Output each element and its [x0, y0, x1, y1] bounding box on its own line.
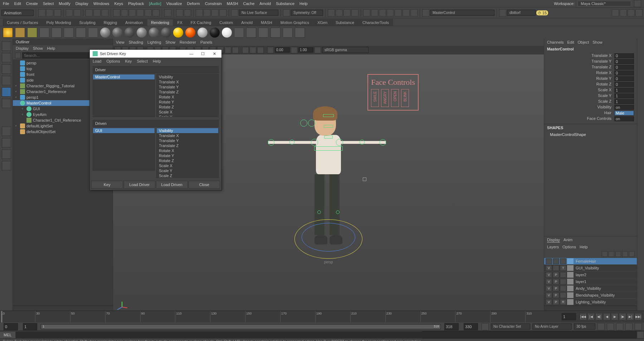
attr-label[interactable]: Translate X: [547, 53, 614, 58]
shelf-tab-rigging[interactable]: Rigging: [100, 19, 121, 26]
audio-icon[interactable]: [402, 9, 410, 16]
layer-row[interactable]: FemaleHair: [544, 258, 637, 265]
shelf-tab-custom[interactable]: Custom: [215, 19, 237, 26]
step-back-btn-icon[interactable]: ◀|: [595, 313, 602, 320]
sdk-menu-options[interactable]: Options: [106, 59, 120, 63]
symmetry-icon[interactable]: [283, 9, 290, 16]
attr-value[interactable]: 1: [614, 93, 634, 98]
attr-label[interactable]: Face Controls: [547, 116, 614, 121]
shader-aniso-icon[interactable]: [137, 28, 147, 38]
sdk-menu-help[interactable]: Help: [153, 59, 161, 63]
list-item[interactable]: Rotate X: [157, 94, 218, 99]
attr-value[interactable]: 0: [614, 65, 634, 70]
render-globe-icon[interactable]: [88, 28, 98, 38]
paint-select-icon[interactable]: [101, 9, 108, 16]
list-item[interactable]: Translate X: [157, 133, 218, 138]
face-slider-angry[interactable]: ANGRY: [381, 89, 389, 107]
eye-aim-control[interactable]: [300, 120, 315, 127]
loop-icon[interactable]: [395, 9, 402, 16]
batch-render-icon[interactable]: [270, 28, 280, 38]
vp-exposure-field[interactable]: [275, 47, 290, 53]
outliner-filter-icon[interactable]: [15, 53, 21, 58]
menu-create[interactable]: Create: [26, 1, 38, 6]
light-area-icon[interactable]: [39, 28, 49, 38]
vp-xray-icon[interactable]: [250, 47, 256, 53]
vp-exposure-icon[interactable]: [267, 47, 274, 53]
next-key-icon[interactable]: ▶|: [627, 313, 634, 320]
go-start-icon[interactable]: |◀◀: [580, 313, 587, 320]
symmetry-dropdown[interactable]: Symmetry: Off: [291, 10, 323, 16]
mel-label[interactable]: MEL: [0, 332, 16, 338]
current-time-field[interactable]: [562, 313, 576, 320]
menu-display[interactable]: Display: [75, 1, 88, 6]
snap-curve-icon[interactable]: [121, 9, 128, 16]
shader-phong-icon[interactable]: [125, 28, 135, 38]
pause-icon[interactable]: [410, 9, 418, 16]
prev-key-icon[interactable]: |◀: [587, 313, 595, 320]
close-icon[interactable]: ✕: [210, 52, 219, 56]
attr-label[interactable]: Hair: [547, 111, 614, 116]
shader-ramp-icon[interactable]: [161, 28, 171, 38]
layer-row[interactable]: VPRLighting_Visibility: [544, 299, 637, 306]
lasso-icon[interactable]: [93, 9, 101, 16]
lock-icon[interactable]: [164, 9, 171, 16]
list-item[interactable]: Rotate Z: [157, 158, 218, 163]
attr-value[interactable]: on: [614, 105, 634, 110]
chbox-object-name[interactable]: MasterControl: [544, 46, 637, 52]
toolbox-icon[interactable]: [612, 9, 619, 16]
snap-grid-icon[interactable]: [113, 9, 120, 16]
shader-lambert-icon[interactable]: [100, 28, 110, 38]
light-sun-icon[interactable]: [3, 28, 13, 38]
shelf-tab-rendering[interactable]: Rendering: [147, 19, 173, 26]
key-icon[interactable]: [379, 9, 386, 16]
shape-name[interactable]: MasterControlShape: [544, 131, 637, 138]
snap-view-icon[interactable]: [152, 9, 160, 16]
range-end-field[interactable]: [444, 323, 459, 330]
list-item[interactable]: GUI: [93, 128, 155, 133]
list-item[interactable]: Scale X: [157, 109, 218, 115]
shader-white-icon[interactable]: [222, 28, 232, 38]
menu-help[interactable]: Help: [299, 1, 308, 6]
workspace-dropdown[interactable]: Maya Classic*: [577, 1, 631, 6]
face-slider-open[interactable]: OPEN: [391, 89, 399, 107]
close-button[interactable]: Close: [189, 181, 220, 189]
mode-dropdown[interactable]: Animation: [1, 10, 34, 16]
list-item[interactable]: Translate Z: [157, 89, 218, 94]
menu-substance[interactable]: Substance: [276, 1, 294, 6]
select-mode-icon[interactable]: [86, 9, 93, 16]
step-fwd-icon[interactable]: [351, 9, 358, 16]
dialog-titlebar[interactable]: Set Driven Key — ☐ ✕: [90, 50, 221, 58]
light-spot-icon[interactable]: [15, 28, 25, 38]
list-item[interactable]: Translate Y: [157, 138, 218, 143]
list-item[interactable]: Rotate Y: [157, 153, 218, 158]
manip-tool-icon[interactable]: [2, 99, 11, 108]
anim-layer-dropdown[interactable]: No Anim Layer: [532, 323, 572, 330]
attr-label[interactable]: Scale Y: [547, 93, 614, 98]
list-item[interactable]: Translate X: [157, 79, 218, 84]
layer-new-icon[interactable]: [622, 251, 628, 257]
load-driver-button[interactable]: Load Driver: [124, 181, 156, 189]
snap-point-icon[interactable]: [129, 9, 136, 16]
autokey-icon[interactable]: [387, 9, 394, 16]
layer-delete-icon[interactable]: [629, 251, 635, 257]
attr-label[interactable]: Rotate Z: [547, 82, 614, 87]
tool-settings-icon[interactable]: [628, 9, 635, 16]
layer-move-up-icon[interactable]: [602, 251, 608, 257]
time-slider[interactable]: 1030507090110130150170190210230250270290…: [0, 311, 644, 322]
undo-icon[interactable]: [66, 9, 73, 16]
history-off-icon[interactable]: [184, 9, 191, 16]
list-item[interactable]: Scale Y: [157, 168, 218, 173]
list-item[interactable]: Visibility: [157, 74, 218, 79]
attr-label[interactable]: Rotate Y: [547, 76, 614, 81]
four-view-icon[interactable]: [2, 138, 11, 147]
vp-colorspace-icon[interactable]: [314, 47, 321, 53]
menu-playback[interactable]: Playback: [128, 1, 144, 6]
snap-live-icon[interactable]: [145, 9, 152, 16]
attr-editor-icon[interactable]: [620, 9, 627, 16]
shelf-tab-charactertools[interactable]: CharacterTools: [358, 19, 393, 26]
anim-end-field[interactable]: [464, 323, 478, 330]
layer-move-down-icon[interactable]: [609, 251, 614, 257]
light-point-icon[interactable]: [27, 28, 37, 38]
history-icon[interactable]: [176, 9, 183, 16]
list-item[interactable]: Rotate Y: [157, 99, 218, 104]
